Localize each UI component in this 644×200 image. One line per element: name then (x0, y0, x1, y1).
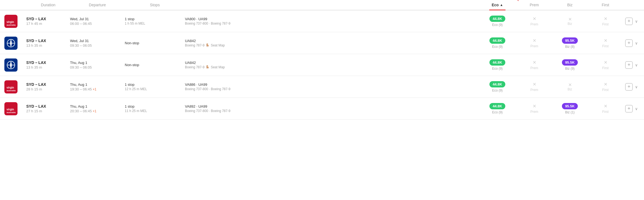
eco-price-badge[interactable]: 44.8K (489, 37, 506, 44)
departure-cell: Thu, Aug 1 19:30 – 06:45 +1 (70, 83, 125, 91)
seat-map-link[interactable]: Seat Map (211, 65, 225, 69)
route-cell: SYD – LAX 27 h 15 m (26, 104, 70, 113)
airline-logo: virgin australia (4, 102, 26, 115)
eco-cell[interactable]: 44.8K Eco (9) (478, 103, 517, 114)
eco-price-badge[interactable]: 44.8K (489, 59, 506, 66)
header-biz[interactable]: Biz (552, 3, 588, 7)
header-prem[interactable]: Prem (517, 3, 552, 7)
expand-row-button[interactable]: ∨ (635, 41, 638, 45)
flight-number: VA892 · UA99 (185, 104, 478, 108)
expand-row-button[interactable]: ∨ (635, 19, 638, 23)
stop-label: Non-stop (125, 63, 185, 67)
sort-arrow-icon: ▲ (500, 3, 503, 7)
biz-cell[interactable]: 95.5K Biz (1) (552, 103, 588, 114)
add-flight-button[interactable]: + (625, 17, 633, 25)
eco-price-badge[interactable]: 44.8K (489, 103, 506, 109)
actions-cell: + ∨ (623, 39, 640, 47)
airline-logo: virgin australia (4, 80, 26, 93)
time-plus: +1 (92, 87, 97, 91)
route-cell: SYD – LAX 28 h 15 m (26, 82, 70, 91)
first-unavail-icon: ✕ (604, 82, 607, 87)
route-cell: SYD – LAX 17 h 45 m (26, 17, 70, 26)
header-departure[interactable]: Departure (70, 3, 125, 7)
aircraft-info: Boeing 737-800 · Boeing 787-9 (185, 87, 478, 91)
time-plus: +1 (92, 109, 97, 113)
eco-price-badge[interactable]: 44.8K (489, 16, 506, 22)
virgin-logo: virgin australia (4, 102, 18, 115)
route-label: SYD – LAX (26, 104, 70, 108)
eco-sub-label: Eco (9) (492, 89, 503, 92)
eco-label: Eco (492, 3, 499, 7)
eco-cell[interactable]: 44.8K Eco (9) (478, 16, 517, 27)
seat-map-link[interactable]: Seat Map (211, 43, 225, 47)
eco-price-badge[interactable]: 44.8K (489, 81, 506, 87)
stop-label: 1 stop (125, 17, 185, 21)
route-label: SYD – LAX (26, 82, 70, 87)
header-first[interactable]: First (588, 3, 623, 7)
first-cell: ✕ First (588, 104, 623, 114)
svg-text:australia: australia (7, 111, 16, 114)
departure-date: Thu, Aug 1 (70, 83, 125, 87)
biz-price-badge[interactable]: 95.5K (562, 103, 578, 109)
add-flight-button[interactable]: + (625, 83, 633, 91)
add-flight-button[interactable]: + (625, 61, 633, 69)
aircraft-label: Boeing 737-800 · Boeing 787-9 (185, 22, 230, 25)
biz-cell[interactable]: 95.5K Biz (8) (552, 37, 588, 49)
eco-cell[interactable]: 44.8K Eco (9) (478, 59, 517, 70)
airline-logo: virgin australia (4, 15, 26, 28)
biz-cell[interactable]: 95.5K Biz (9) (552, 59, 588, 70)
header-eco[interactable]: Eco ▲ (478, 3, 517, 7)
add-flight-button[interactable]: + (625, 39, 633, 47)
united-logo (4, 58, 18, 72)
add-flight-button[interactable]: + (625, 105, 633, 113)
first-unavail-icon: ✕ (604, 38, 607, 43)
first-label: First (602, 88, 608, 92)
first-label: First (602, 22, 608, 26)
prem-cell: ✕ Prem (517, 60, 552, 70)
biz-sub-label: Biz (8) (565, 45, 575, 49)
table-row: SYD – LAX 13 h 35 m Thu, Aug 1 09:30 – 0… (0, 54, 644, 76)
departure-cell: Wed, Jul 31 09:30 – 06:05 (70, 39, 125, 48)
actions-cell: + ∨ (623, 61, 640, 69)
biz-price-badge[interactable]: 95.5K (562, 59, 578, 66)
departure-date: Thu, Aug 1 (70, 61, 125, 65)
airline-logo (4, 37, 26, 50)
eco-sub-label: Eco (9) (492, 67, 503, 70)
stops-cell: Non-stop (125, 63, 185, 67)
first-unavail-icon: ✕ (604, 104, 607, 109)
departure-cell: Thu, Aug 1 09:30 – 06:05 (70, 61, 125, 69)
aircraft-label: Boeing 787-9 (185, 43, 204, 47)
prem-label: Prem (530, 22, 538, 26)
flight-info-cell: VA800 · UA99 Boeing 737-800 · Boeing 787… (185, 17, 478, 25)
first-label: First (602, 110, 608, 114)
biz-unavail-icon: ✕ (568, 17, 572, 22)
duration-label: 27 h 15 m (26, 109, 70, 113)
prem-unavail-icon: ✕ (533, 38, 536, 43)
actions-cell: + ∨ (623, 83, 640, 91)
expand-row-button[interactable]: ∨ (635, 63, 638, 67)
prem-unavail-icon: ✕ (533, 82, 536, 87)
stops-cell: Non-stop (125, 41, 185, 45)
biz-cell: ✕ Biz (552, 82, 588, 91)
actions-cell: + ∨ (623, 105, 640, 113)
departure-date: Thu, Aug 1 (70, 104, 125, 108)
biz-price-badge[interactable]: 95.5K (562, 37, 578, 44)
first-label: First (602, 44, 608, 48)
table-row: virgin australia SYD – LAX 28 h 15 m Thu… (0, 76, 644, 98)
header-duration[interactable]: Duration (26, 3, 70, 7)
first-unavail-icon: ✕ (604, 60, 607, 65)
header-stops[interactable]: Stops (125, 3, 185, 7)
virgin-logo: virgin australia (4, 15, 18, 28)
expand-row-button[interactable]: ∨ (635, 107, 638, 111)
departure-time: 19:30 – 06:45 +1 (70, 87, 125, 91)
expand-row-button[interactable]: ∨ (635, 85, 638, 89)
prem-unavail-icon: ✕ (533, 60, 536, 65)
duration-label: 13 h 35 m (26, 43, 70, 48)
biz-sub-label: Biz (9) (565, 67, 575, 70)
biz-sub-label: Biz (1) (565, 110, 575, 114)
eco-cell[interactable]: 44.8K Eco (9) (478, 81, 517, 92)
table-header: Duration Departure Stops Eco ▲ Prem Biz … (0, 0, 644, 10)
flight-number: UA842 (185, 61, 478, 65)
eco-cell[interactable]: 44.8K Eco (9) (478, 37, 517, 49)
aircraft-info: Boeing 787-9 🪑 Seat Map (185, 43, 478, 47)
